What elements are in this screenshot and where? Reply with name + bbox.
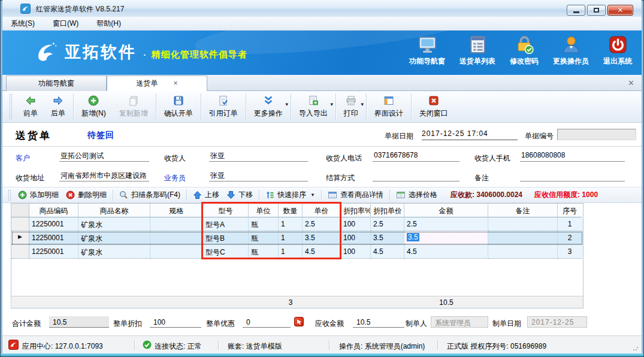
- cell-model[interactable]: 型号B: [203, 231, 249, 245]
- cell-product-name[interactable]: 矿泉水: [78, 245, 150, 259]
- maximize-button[interactable]: [587, 5, 606, 16]
- receivable-amount-field[interactable]: 10.5: [353, 316, 404, 328]
- table-row[interactable]: 12250001 矿泉水 型号A 瓶 1 2.5 100 2.5 2.5 1: [11, 217, 583, 231]
- mobile-field[interactable]: 18608080808: [520, 151, 625, 162]
- import-export-button[interactable]: 导入导出 ▼: [292, 92, 334, 121]
- cell-price[interactable]: 3.5: [303, 231, 341, 245]
- cell-unit[interactable]: 瓶: [249, 245, 279, 259]
- table-row-selected[interactable]: ▶ 12250001 矿泉水 型号B 瓶 1 3.5 100 3.5 3.5 2: [11, 231, 583, 245]
- nav-switch-operator[interactable]: 更换操作员: [553, 35, 589, 66]
- column-header[interactable]: 序号: [558, 204, 582, 217]
- dropdown-arrow-icon[interactable]: ▼: [310, 192, 315, 198]
- cell-seq[interactable]: 1: [558, 217, 582, 231]
- total-amount-field[interactable]: 10.5: [49, 316, 109, 328]
- dropdown-arrow-icon[interactable]: ▼: [285, 102, 289, 107]
- minimize-button[interactable]: [567, 5, 585, 16]
- salesman-field[interactable]: 张亚: [209, 171, 308, 181]
- cell-unit[interactable]: 瓶: [249, 217, 279, 231]
- cell-spec[interactable]: [150, 231, 203, 245]
- delete-row-button[interactable]: 删除明细: [62, 190, 110, 200]
- cell-product-name[interactable]: 矿泉水: [78, 231, 150, 245]
- cell-discount-rate[interactable]: 100: [341, 245, 371, 259]
- quote-order-button[interactable]: 引用订单: [202, 92, 244, 121]
- column-header[interactable]: 商品名称: [78, 204, 150, 217]
- table-row[interactable]: 12250001 矿泉水 型号C 瓶 1 4.5 100 4.5 4.5 3: [11, 245, 583, 259]
- view-product-detail-button[interactable]: 查看商品详情: [324, 190, 387, 200]
- column-header[interactable]: 备注: [488, 204, 558, 217]
- cell-qty[interactable]: 1: [279, 245, 303, 259]
- tab-function-navigator[interactable]: 功能导航窗: [6, 75, 107, 91]
- receiver-field[interactable]: 张亚: [209, 151, 308, 162]
- confirm-button[interactable]: 确认开单: [158, 92, 199, 121]
- cell-amount[interactable]: 4.5: [404, 245, 488, 259]
- resize-grip[interactable]: [633, 345, 639, 351]
- add-row-button[interactable]: 添加明细: [14, 190, 62, 200]
- column-header[interactable]: 单价: [303, 204, 341, 217]
- close-window-button[interactable]: 关闭窗口: [413, 92, 455, 121]
- nav-exit-system[interactable]: 退出系统: [603, 35, 632, 66]
- cell-spec[interactable]: [150, 245, 203, 259]
- cell-remark[interactable]: [488, 245, 558, 259]
- cell-spec[interactable]: [150, 217, 203, 231]
- dropdown-arrow-icon[interactable]: ▼: [329, 102, 334, 107]
- new-button[interactable]: 新增(N): [75, 92, 113, 121]
- column-header[interactable]: 商品编码: [29, 204, 78, 217]
- tab-close-icon[interactable]: ×: [173, 79, 177, 87]
- cell-discount-rate[interactable]: 100: [341, 231, 371, 245]
- cell-model[interactable]: 型号A: [203, 217, 249, 231]
- move-up-button[interactable]: 上移: [189, 190, 223, 200]
- cell-product-code[interactable]: 12250001: [29, 231, 78, 245]
- more-actions-button[interactable]: 更多操作 ▼: [247, 92, 289, 121]
- menu-system[interactable]: 系统(S): [11, 19, 35, 29]
- order-preferential-field[interactable]: 0: [243, 316, 291, 328]
- settlement-field[interactable]: [373, 171, 459, 181]
- next-doc-button[interactable]: 后单: [44, 92, 72, 121]
- nav-delivery-list[interactable]: 送货单列表: [459, 35, 495, 66]
- move-down-button[interactable]: 下移: [223, 190, 256, 200]
- column-header[interactable]: 折扣单价: [371, 204, 404, 217]
- column-header[interactable]: 型号: [203, 204, 249, 217]
- prev-doc-button[interactable]: 前单: [17, 92, 44, 121]
- column-header[interactable]: 单位: [249, 204, 279, 217]
- doc-date-field[interactable]: 2017-12-25 17:04: [422, 129, 518, 140]
- print-button[interactable]: 打印 ▼: [337, 92, 365, 121]
- nav-function-navigator[interactable]: 功能导航窗: [409, 35, 445, 66]
- tab-delivery-note[interactable]: 送货单 ×: [107, 75, 207, 91]
- scan-barcode-button[interactable]: 扫描条形码(F4): [116, 190, 184, 200]
- menu-help[interactable]: 帮助(H): [96, 19, 121, 29]
- cell-discount-price[interactable]: 2.5: [371, 217, 404, 231]
- cell-product-name[interactable]: 矿泉水: [78, 217, 150, 231]
- cell-seq[interactable]: 2: [558, 231, 582, 245]
- nav-change-password[interactable]: 修改密码: [510, 35, 539, 66]
- tabstrip-close-icon[interactable]: ✕: [628, 78, 634, 87]
- cell-amount[interactable]: 2.5: [404, 217, 488, 231]
- close-button[interactable]: ✕: [607, 5, 633, 16]
- phone-field[interactable]: 03716678678: [373, 151, 459, 162]
- cell-product-code[interactable]: 12250001: [29, 217, 78, 231]
- cell-unit[interactable]: 瓶: [249, 231, 279, 245]
- cell-seq[interactable]: 3: [558, 245, 582, 259]
- cell-discount-price[interactable]: 3.5: [371, 231, 404, 245]
- cell-amount-editing[interactable]: 3.5: [404, 231, 488, 245]
- cell-discount-price[interactable]: 4.5: [371, 245, 404, 259]
- cell-price[interactable]: 2.5: [303, 217, 341, 231]
- order-discount-field[interactable]: 100: [150, 316, 201, 328]
- cell-price[interactable]: 4.5: [303, 245, 341, 259]
- column-header[interactable]: 金额: [404, 204, 488, 217]
- cell-remark[interactable]: [488, 231, 558, 245]
- column-header[interactable]: 数量: [279, 204, 303, 217]
- cell-model[interactable]: 型号C: [203, 245, 249, 259]
- address-field[interactable]: 河南省郑州市中原区建设路: [59, 171, 149, 181]
- ui-design-button[interactable]: 界面设计: [368, 92, 410, 121]
- quick-set-button[interactable]: [294, 317, 304, 326]
- dropdown-arrow-icon[interactable]: ▼: [360, 102, 365, 107]
- column-header[interactable]: 规格: [150, 204, 203, 217]
- menu-window[interactable]: 窗口(W): [53, 19, 78, 29]
- customer-field[interactable]: 亚拓公司测试: [59, 151, 149, 162]
- column-header[interactable]: 折扣率%: [341, 204, 371, 217]
- select-price-button[interactable]: 选择价格: [392, 190, 441, 200]
- quick-sort-button[interactable]: 快速排序 ▼: [262, 190, 319, 200]
- cell-qty[interactable]: 1: [279, 231, 303, 245]
- cell-remark[interactable]: [488, 217, 558, 231]
- cell-qty[interactable]: 1: [279, 217, 303, 231]
